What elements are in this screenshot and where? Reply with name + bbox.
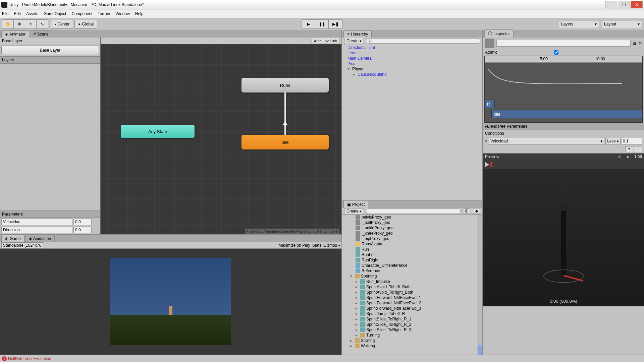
- project-item[interactable]: l_ankleProxy_geo: [342, 225, 482, 231]
- state-idle[interactable]: Idle: [241, 135, 329, 149]
- tab-inspector[interactable]: ⓘ Inspector: [484, 29, 514, 38]
- rotate-tool-button[interactable]: ↻: [25, 20, 37, 28]
- hierarchy-item[interactable]: Lens: [343, 50, 481, 56]
- project-item[interactable]: ▸SprintForward_NtrlFaceFwd_1: [342, 295, 482, 300]
- project-item[interactable]: ▸SprintJump_ToLeft_R: [342, 311, 482, 316]
- tab-game[interactable]: ◎ Game: [1, 235, 24, 242]
- project-item[interactable]: l_hipProxy_geo: [342, 236, 482, 241]
- minimize-button[interactable]: —: [605, 1, 617, 8]
- pivot-mode-button[interactable]: ▪ Center: [51, 20, 73, 28]
- hierarchy-item[interactable]: Main Camera: [343, 56, 481, 61]
- transition-arrow[interactable]: [284, 93, 286, 135]
- tab-scene[interactable]: # Scene: [30, 31, 52, 38]
- project-item[interactable]: pelvisProxy_geo: [342, 215, 482, 220]
- condition-value-field[interactable]: [622, 138, 642, 144]
- scale-tool-button[interactable]: ⤡: [37, 20, 48, 28]
- pause-button[interactable]: ❚❚: [315, 20, 329, 28]
- project-folder[interactable]: ▸Walking: [342, 343, 482, 349]
- project-item[interactable]: RunRight: [342, 257, 482, 263]
- menu-help[interactable]: Help: [135, 11, 144, 16]
- hand-tool-button[interactable]: ✋: [2, 20, 14, 28]
- inspector-name-field[interactable]: [496, 40, 631, 47]
- add-parameter-button[interactable]: +: [96, 212, 98, 217]
- project-item[interactable]: RunLeft: [342, 252, 482, 257]
- aspect-dropdown[interactable]: Standalone (1024x76: [1, 242, 43, 248]
- project-item[interactable]: ▸SprintForward_NtrlFaceFwd_3: [342, 306, 482, 311]
- project-scrollbar[interactable]: [477, 215, 482, 355]
- param-name-direccion[interactable]: [1, 227, 72, 233]
- preview-speed-slider[interactable]: —●—: [623, 155, 633, 159]
- menu-component[interactable]: Component: [71, 11, 92, 16]
- project-item[interactable]: Run: [342, 247, 482, 252]
- project-search[interactable]: [366, 208, 461, 214]
- state-runs[interactable]: Runs: [241, 78, 329, 93]
- condition-param-dropdown[interactable]: Velocidad♦: [489, 138, 604, 144]
- maximize-on-play-toggle[interactable]: Maximize on Play: [279, 243, 310, 248]
- project-item[interactable]: ▸SprintSlide_ToRight_R_2: [342, 322, 482, 327]
- step-button[interactable]: ▶❚: [329, 20, 342, 28]
- state-any[interactable]: Any State: [121, 125, 195, 138]
- drag-handle-icon[interactable]: ≡: [485, 139, 487, 143]
- project-folder[interactable]: ▸Strafing: [342, 338, 482, 343]
- track-destination[interactable]: Idle: [491, 110, 642, 118]
- menu-terrain[interactable]: Terrain: [98, 11, 110, 16]
- add-condition-button[interactable]: +: [625, 146, 633, 152]
- condition-mode-dropdown[interactable]: Less ♦: [605, 138, 621, 144]
- menu-window[interactable]: Window: [115, 11, 130, 16]
- tab-animator[interactable]: ◈ Animator: [1, 31, 29, 38]
- layout-dropdown[interactable]: Layout▾: [602, 20, 642, 28]
- transition-timeline[interactable]: 5:00 10:00 R Idle: [484, 56, 643, 123]
- atomic-checkbox[interactable]: [554, 50, 558, 55]
- project-item[interactable]: ▸SprintSlide_ToRight_R_3: [342, 327, 482, 333]
- blendtree-params-section[interactable]: ▸ BlendTree Parameters: [483, 123, 644, 130]
- tab-animation[interactable]: ◈ Animation: [25, 235, 55, 242]
- tab-hierarchy[interactable]: ≡ Hierarchy: [343, 31, 372, 38]
- layers-dropdown[interactable]: Layers▾: [559, 20, 599, 28]
- project-create-button[interactable]: Create ▾: [344, 208, 364, 214]
- project-item[interactable]: ▸Turning: [342, 333, 482, 338]
- param-value-direccion[interactable]: [73, 227, 92, 233]
- auto-live-link-button[interactable]: Auto Live Link: [312, 38, 339, 44]
- play-button[interactable]: ▶: [302, 20, 315, 28]
- preview-viewport[interactable]: 0:00 (000.0%): [483, 169, 644, 306]
- project-item[interactable]: ▸SprintSlide_ToRight_R_1: [342, 316, 482, 322]
- project-item[interactable]: l_ballProxy_geo: [342, 220, 482, 225]
- project-item[interactable]: ▸SprintForward_NtrlFaceFwd_2: [342, 300, 482, 306]
- menu-edit[interactable]: Edit: [14, 11, 21, 16]
- inspector-settings-icon[interactable]: ⚙: [638, 41, 642, 46]
- preview-scrubber[interactable]: [490, 162, 492, 167]
- hierarchy-item-player[interactable]: ▾Player: [343, 66, 481, 72]
- project-item[interactable]: l_kneeProxy_geo: [342, 231, 482, 236]
- gizmos-dropdown[interactable]: Gizmos ▾: [323, 243, 340, 248]
- hierarchy-item[interactable]: Directional light: [343, 45, 481, 50]
- project-item[interactable]: Character_Ctrl:Reference: [342, 263, 482, 268]
- project-item-avatar[interactable]: RunsAvatar: [342, 241, 482, 247]
- menu-file[interactable]: File: [2, 11, 8, 16]
- tab-project[interactable]: ▣ Project: [343, 201, 368, 208]
- menu-gameobject[interactable]: GameObject: [44, 11, 66, 16]
- project-item[interactable]: ▸SprintAvoid_ToLeft_Both: [342, 284, 482, 290]
- param-name-velocidad[interactable]: [1, 219, 72, 225]
- maximize-button[interactable]: ☐: [618, 1, 630, 8]
- track-source[interactable]: R: [485, 100, 495, 108]
- status-bar[interactable]: ! NullReferenceException: [0, 355, 644, 362]
- project-item[interactable]: Reference: [342, 268, 482, 274]
- hierarchy-search[interactable]: [366, 38, 480, 44]
- coordinate-space-button[interactable]: ● Global: [74, 20, 97, 28]
- hierarchy-item-child[interactable]: ▸CaucasicoBlend: [343, 72, 481, 77]
- remove-param-button[interactable]: −: [93, 220, 99, 224]
- project-folder-sprinting[interactable]: ▾Sprinting: [342, 274, 482, 279]
- base-layer-button[interactable]: Base Layer: [1, 46, 99, 55]
- remove-condition-button[interactable]: −: [634, 146, 642, 152]
- menu-assets[interactable]: Assets: [26, 11, 38, 16]
- project-item[interactable]: ▸SprintAvoid_ToRight_Both: [342, 290, 482, 295]
- remove-param-button[interactable]: −: [93, 228, 99, 232]
- move-tool-button[interactable]: ✥: [14, 20, 25, 28]
- param-value-velocidad[interactable]: [73, 219, 92, 225]
- inspector-help-icon[interactable]: ▦: [633, 41, 636, 46]
- project-item[interactable]: ▸Run_Impulse: [342, 279, 482, 284]
- animator-graph[interactable]: Auto Live Link Any State Runs Idle Model…: [101, 38, 341, 234]
- preview-ik-icon[interactable]: ⊕: [618, 155, 622, 159]
- stats-toggle[interactable]: Stats: [312, 243, 321, 248]
- search-filter-icon[interactable]: ⦿: [463, 208, 471, 214]
